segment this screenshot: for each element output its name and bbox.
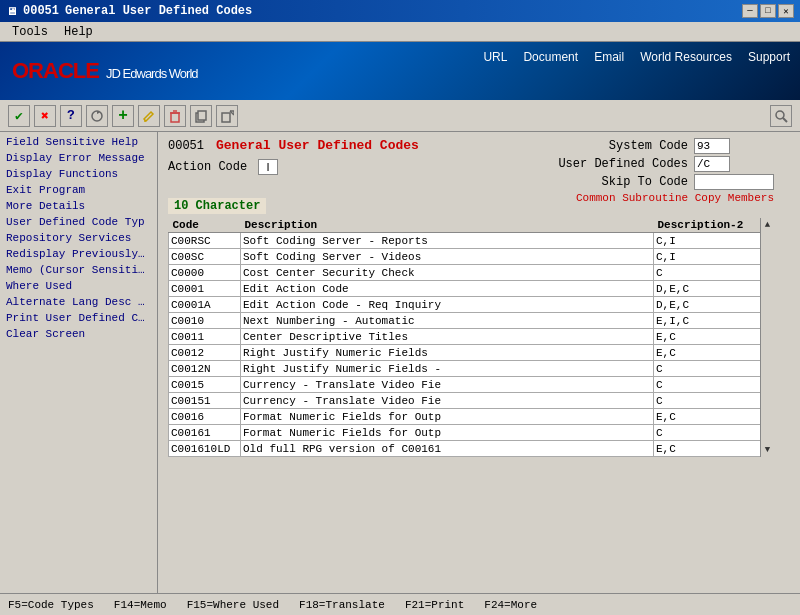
status-f14: F14=Memo [114,599,167,611]
title-bar: 🖥 00051 General User Defined Codes ─ □ ✕ [0,0,800,22]
sidebar-item-where-used[interactable]: Where Used [0,278,157,294]
app-icon: 🖥 [6,5,17,18]
sidebar-item-user-defined-code-type[interactable]: User Defined Code Typ [0,214,157,230]
table-row[interactable]: C001610LD Old full RPG version of C00161… [169,441,774,457]
sidebar-item-alternate-lang[interactable]: Alternate Lang Desc (C [0,294,157,310]
status-f5: F5=Code Types [8,599,94,611]
action-code-input[interactable] [258,159,278,175]
header-nav: URL Document Email World Resources Suppo… [483,50,790,64]
table-row[interactable]: C00161 Format Numeric Fields for Outp C [169,425,774,441]
sidebar-item-memo[interactable]: Memo (Cursor Sensitive [0,262,157,278]
nav-world-resources[interactable]: World Resources [640,50,732,64]
desc-cell: Center Descriptive Titles [241,329,654,345]
menu-help[interactable]: Help [56,23,101,41]
toolbar-export-button[interactable] [216,105,238,127]
toolbar-search-button[interactable] [770,105,792,127]
content-area: 00051 General User Defined Codes System … [158,132,800,593]
user-defined-codes-label: User Defined Codes [558,157,688,171]
top-section: 00051 General User Defined Codes System … [168,138,774,198]
desc2-cell: E,I,C [654,313,774,329]
table-row[interactable]: C0016 Format Numeric Fields for Outp E,C [169,409,774,425]
toolbar-edit-button[interactable] [138,105,160,127]
jde-logo: JD Edwards World [106,66,197,81]
scrollbar-right[interactable]: ▲ ▼ [760,218,774,457]
code-cell: C0010 [169,313,241,329]
nav-email[interactable]: Email [594,50,624,64]
table-row[interactable]: C00151 Currency - Translate Video Fie C [169,393,774,409]
skip-to-code-input[interactable] [694,174,774,190]
table-row[interactable]: C0010 Next Numbering - Automatic E,I,C [169,313,774,329]
data-table: Code Description Description-2 C00RSC So… [168,218,774,457]
sidebar-item-repository-services[interactable]: Repository Services [0,230,157,246]
table-row[interactable]: C0012N Right Justify Numeric Fields - C [169,361,774,377]
desc2-cell: C,I [654,233,774,249]
table-row[interactable]: C00RSC Soft Coding Server - Reports C,I [169,233,774,249]
desc2-cell: C [654,393,774,409]
sidebar-item-field-sensitive-help[interactable]: Field Sensitive Help [0,134,157,150]
desc-cell: Right Justify Numeric Fields - [241,361,654,377]
code-cell: C0000 [169,265,241,281]
sidebar-item-print[interactable]: Print User Defined Code [0,310,157,326]
desc-cell: Soft Coding Server - Videos [241,249,654,265]
minimize-button[interactable]: ─ [742,4,758,18]
status-f24: F24=More [484,599,537,611]
desc-cell: Old full RPG version of C00161 [241,441,654,457]
sidebar-item-redisplay[interactable]: Redisplay Previously C [0,246,157,262]
toolbar-delete-button[interactable] [164,105,186,127]
desc2-cell: D,E,C [654,281,774,297]
user-defined-codes-input[interactable] [694,156,730,172]
nav-document[interactable]: Document [523,50,578,64]
table-row[interactable]: C00SC Soft Coding Server - Videos C,I [169,249,774,265]
desc-cell: Soft Coding Server - Reports [241,233,654,249]
desc-cell: Currency - Translate Video Fie [241,393,654,409]
action-code-label: Action Code [168,160,258,174]
status-f15: F15=Where Used [187,599,279,611]
sidebar-item-more-details[interactable]: More Details [0,198,157,214]
scroll-down-arrow[interactable]: ▼ [765,445,770,455]
nav-url[interactable]: URL [483,50,507,64]
table-row[interactable]: C0000 Cost Center Security Check C [169,265,774,281]
desc2-cell: E,C [654,441,774,457]
desc2-cell: D,E,C [654,297,774,313]
desc2-cell: C [654,425,774,441]
table-row[interactable]: C0015 Currency - Translate Video Fie C [169,377,774,393]
col-header-desc: Description [241,218,654,233]
desc2-cell: E,C [654,345,774,361]
system-code-input[interactable] [694,138,730,154]
status-f21: F21=Print [405,599,464,611]
maximize-button[interactable]: □ [760,4,776,18]
code-cell: C00SC [169,249,241,265]
menu-tools[interactable]: Tools [4,23,56,41]
table-row[interactable]: C0012 Right Justify Numeric Fields E,C [169,345,774,361]
svg-line-10 [783,118,787,122]
common-subroutine-link[interactable]: Common Subroutine Copy Members [558,192,774,204]
right-panel: System Code User Defined Codes Skip To C… [558,138,774,204]
nav-support[interactable]: Support [748,50,790,64]
close-button[interactable]: ✕ [778,4,794,18]
toolbar-copy-button[interactable] [190,105,212,127]
desc2-cell: E,C [654,329,774,345]
code-cell: C001610LD [169,441,241,457]
oracle-header: ORACLE JD Edwards World URL Document Ema… [0,42,800,100]
table-row[interactable]: C0001 Edit Action Code D,E,C [169,281,774,297]
sidebar-item-display-functions[interactable]: Display Functions [0,166,157,182]
svg-point-9 [776,111,784,119]
table-scroll-area: Code Description Description-2 C00RSC So… [168,218,774,457]
desc-cell: Right Justify Numeric Fields [241,345,654,361]
sidebar-item-clear-screen[interactable]: Clear Screen [0,326,157,342]
code-cell: C0015 [169,377,241,393]
toolbar-help-button[interactable]: ? [60,105,82,127]
skip-to-code-label: Skip To Code [558,175,688,189]
toolbar-refresh-button[interactable] [86,105,108,127]
sidebar-item-display-error[interactable]: Display Error Message [0,150,157,166]
scroll-up-arrow[interactable]: ▲ [765,220,770,230]
code-cell: C00RSC [169,233,241,249]
form-number: 00051 [168,139,204,153]
sidebar-item-exit-program[interactable]: Exit Program [0,182,157,198]
toolbar-add-button[interactable]: + [112,105,134,127]
toolbar-check-button[interactable]: ✔ [8,105,30,127]
form-title: General User Defined Codes [216,138,419,153]
toolbar-cancel-button[interactable]: ✖ [34,105,56,127]
table-row[interactable]: C0001A Edit Action Code - Req Inquiry D,… [169,297,774,313]
table-row[interactable]: C0011 Center Descriptive Titles E,C [169,329,774,345]
